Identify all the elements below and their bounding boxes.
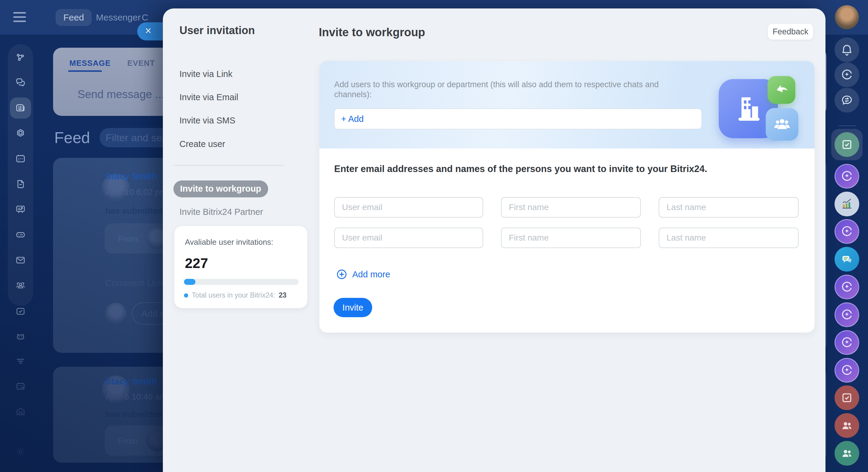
invitations-progress-fill bbox=[184, 279, 195, 285]
menu-hamburger-icon[interactable] bbox=[13, 12, 27, 24]
reply-arrow-icon bbox=[768, 76, 795, 104]
messenger-arrows-icon[interactable] bbox=[835, 88, 859, 113]
post-author[interactable]: Stacy Smith bbox=[105, 376, 157, 387]
nav-create-user[interactable]: Create user bbox=[180, 139, 225, 149]
from-label: From: bbox=[118, 436, 140, 446]
info-text: Add users to this workgroup or departmen… bbox=[334, 80, 687, 99]
robot-icon[interactable] bbox=[15, 330, 26, 342]
invitations-legend: Total users in your Bitrix24: 23 bbox=[184, 291, 286, 299]
post-timestamp: April 6 10:40 am bbox=[105, 392, 167, 402]
invite-form-card: Add users to this workgroup or departmen… bbox=[319, 61, 815, 332]
network-icon[interactable] bbox=[15, 52, 26, 63]
settings-icon[interactable] bbox=[15, 446, 26, 457]
add-users-label: + Add bbox=[335, 109, 702, 129]
nav-invite-via-link[interactable]: Invite via Link bbox=[180, 69, 232, 79]
top-tab-messenger[interactable]: Messenger bbox=[96, 9, 141, 26]
user-email-input-1[interactable] bbox=[334, 197, 483, 217]
warehouse-icon[interactable] bbox=[15, 406, 26, 417]
feed-icon[interactable] bbox=[15, 102, 26, 114]
legend-value: 23 bbox=[279, 291, 286, 299]
nav-divider bbox=[174, 165, 284, 166]
page-title: Invite to workgroup bbox=[319, 26, 425, 39]
post-author[interactable]: Stacy Smith bbox=[105, 171, 157, 181]
top-tab-label: C bbox=[142, 12, 148, 22]
user-email-input-2[interactable] bbox=[334, 228, 483, 248]
user-avatar[interactable] bbox=[835, 5, 859, 29]
people-group-icon bbox=[766, 108, 798, 141]
top-tab-label: Feed bbox=[63, 12, 84, 22]
chats-icon[interactable] bbox=[15, 77, 26, 88]
copilot-avatar[interactable] bbox=[835, 219, 859, 244]
legend-text: Total users in your Bitrix24: bbox=[192, 291, 275, 299]
comment-link[interactable]: Comment bbox=[105, 278, 145, 288]
top-tab-feed[interactable]: Feed bbox=[56, 9, 92, 26]
app-root: Feed Messenger C bbox=[0, 0, 868, 472]
send-message-input[interactable]: Send message ... bbox=[78, 88, 164, 101]
copilot-avatar[interactable] bbox=[835, 164, 859, 188]
nav-invite-to-workgroup-active[interactable]: Invite to workgroup bbox=[174, 180, 268, 197]
tab-underline bbox=[68, 70, 102, 72]
tab-event[interactable]: EVENT bbox=[127, 59, 155, 68]
copilot-avatar[interactable] bbox=[835, 330, 859, 355]
people-teal-avatar[interactable] bbox=[835, 441, 859, 466]
last-name-input-1[interactable] bbox=[659, 197, 799, 217]
invite-instruction: Enter email addresses and names of the p… bbox=[334, 164, 707, 174]
drive-icon[interactable] bbox=[15, 229, 26, 240]
avatar[interactable] bbox=[105, 303, 127, 324]
tasks-red-avatar[interactable] bbox=[835, 385, 859, 410]
document-icon[interactable] bbox=[15, 178, 26, 190]
tab-message[interactable]: MESSAGE bbox=[69, 59, 111, 68]
available-invitations-card: Avaliable user invitations: 227 Total us… bbox=[174, 226, 307, 308]
chat-lines-avatar[interactable] bbox=[835, 247, 859, 272]
tasks-check-icon[interactable] bbox=[831, 129, 863, 160]
invitations-count: 227 bbox=[185, 255, 208, 271]
copilot-avatar[interactable] bbox=[835, 302, 859, 327]
invitations-label: Avaliable user invitations: bbox=[185, 237, 273, 247]
invitations-progress-track bbox=[184, 279, 299, 285]
feed-page-title: Feed bbox=[54, 128, 90, 147]
people-red-avatar[interactable] bbox=[835, 413, 859, 438]
funnel-icon[interactable] bbox=[15, 355, 26, 367]
legend-dot-icon bbox=[184, 293, 188, 298]
copilot-avatar[interactable] bbox=[835, 358, 859, 383]
post-action-text: has submitted bbox=[105, 206, 162, 216]
sidebar-divider bbox=[838, 125, 856, 126]
post-timestamp: April 10 6:02 pm bbox=[105, 187, 167, 197]
notifications-bell-icon[interactable] bbox=[835, 37, 859, 62]
first-name-input-1[interactable] bbox=[501, 197, 641, 217]
add-more-label: Add more bbox=[352, 269, 390, 279]
add-more-button[interactable]: Add more bbox=[336, 269, 390, 280]
user-invitation-modal: User invitation Invite via Link Invite v… bbox=[163, 8, 826, 472]
copilot-avatar[interactable] bbox=[835, 275, 859, 299]
last-name-input-2[interactable] bbox=[659, 228, 799, 248]
feedback-button[interactable]: Feedback bbox=[768, 24, 813, 39]
copilot-icon[interactable] bbox=[835, 62, 859, 87]
nav-invite-via-sms[interactable]: Invite via SMS bbox=[180, 116, 235, 125]
video-board-icon[interactable] bbox=[15, 204, 26, 215]
team-icon[interactable] bbox=[15, 280, 26, 291]
nav-active-label: Invite to workgroup bbox=[174, 180, 268, 197]
post-action-text: has submitted bbox=[105, 410, 162, 419]
from-label: From: bbox=[118, 234, 140, 244]
close-icon: × bbox=[145, 25, 151, 37]
calendar-icon[interactable] bbox=[15, 153, 26, 165]
booking-icon[interactable] bbox=[15, 381, 26, 392]
invite-button[interactable]: Invite bbox=[334, 298, 372, 317]
chart-avatar[interactable] bbox=[835, 191, 859, 216]
modal-title: User invitation bbox=[180, 24, 255, 37]
first-name-input-2[interactable] bbox=[501, 228, 641, 248]
top-tab-label: Messenger bbox=[96, 12, 141, 22]
workgroup-info-box: Add users to this workgroup or departmen… bbox=[319, 61, 815, 148]
tasks-icon[interactable] bbox=[15, 306, 26, 317]
crm-icon[interactable] bbox=[15, 128, 26, 139]
plus-circle-icon bbox=[336, 269, 347, 280]
mail-icon[interactable] bbox=[15, 255, 26, 266]
nav-invite-bitrix24-partner[interactable]: Invite Bitrix24 Partner bbox=[180, 207, 263, 217]
nav-invite-via-email[interactable]: Invite via Email bbox=[180, 92, 238, 102]
add-users-field[interactable]: + Add bbox=[334, 109, 702, 129]
